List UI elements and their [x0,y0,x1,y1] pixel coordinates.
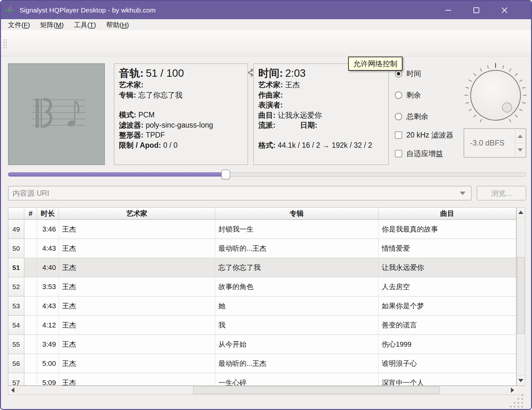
cell-index [24,277,37,296]
row-number: 52 [8,277,24,296]
vertical-scroll-thumb[interactable] [517,257,525,334]
row-number: 57 [8,373,24,386]
cell-track: 让我永远爱你 [379,258,516,277]
minimize-button[interactable] [441,3,456,18]
vertical-scrollbar[interactable] [516,207,525,386]
artist-line: 艺术家:王杰 [258,80,384,90]
radio-circle[interactable] [395,70,402,77]
menu-help[interactable]: 帮助(H) [101,19,134,30]
album-art-placeholder-icon [9,64,104,164]
volume-value: -3.0 dBFS [470,129,505,157]
playlist-row[interactable]: 55 3:49 王杰 从今开始 伤心1999 [8,335,516,354]
row-number: 55 [8,335,24,354]
mode-line: 模式:PCM [119,110,243,120]
header-artist[interactable]: 艺术家 [59,208,215,219]
down-arrow-icon [518,379,523,382]
cell-artist: 王杰 [59,373,215,386]
progress-thumb[interactable] [221,170,230,179]
playlist-row[interactable]: 49 3:46 王杰 封锁我一生 你是我最真的故事 [8,220,516,239]
cell-duration: 4:12 [37,316,59,335]
cell-index [24,316,37,335]
cell-track: 如果你是个梦 [379,296,516,316]
tooltip: 允许网络控制 [348,57,403,71]
maximize-button[interactable] [469,3,484,18]
row-number: 56 [8,354,24,373]
header-album[interactable]: 专辑 [215,208,379,219]
radio-total-remaining[interactable]: 总剩余 [395,112,428,121]
cell-artist: 王杰 [59,296,215,316]
cell-album: 忘了你忘了我 [215,258,379,277]
track-info-panel: 音轨:51 / 100 艺术家: 专辑:忘了你忘了我 模式:PCM 滤波器:po… [114,63,248,165]
menu-tools[interactable]: 工具(T) [69,19,101,30]
browse-button[interactable]: 浏览... [477,186,526,201]
menu-file[interactable]: 文件(F) [3,19,35,30]
checkbox-box[interactable] [395,131,402,139]
cell-track: 深宵中一个人 [379,373,516,386]
cell-album: 她 [215,296,379,316]
time-info-panel: 时间:2:03 艺术家:王杰 作曲家: 表演者: 曲目:让我永远爱你 流派:日期… [253,63,389,165]
cell-album: 故事的角色 [215,277,379,296]
playlist-row[interactable]: 50 4:43 王杰 最动听的...王杰 情情爱爱 [8,239,516,258]
left-arrow-icon [11,388,14,393]
header-rownum[interactable] [8,208,24,219]
source-uri-combobox[interactable]: 内容源 URI [8,186,472,201]
checkbox-adaptive-gain[interactable]: 自适应增益 [395,149,443,158]
playlist-rows: 49 3:46 王杰 封锁我一生 你是我最真的故事 50 4:43 王杰 最动听… [8,220,516,386]
app-window: Signalyst HQPlayer Desktop - by wkhub.co… [0,0,532,410]
shaper-line: 整形器:TPDF [119,130,243,140]
toolbar [1,30,531,56]
toolbar-drag-handle[interactable] [3,39,7,48]
playlist-row[interactable]: 53 4:43 王杰 她 如果你是个梦 [8,296,516,316]
cell-track: 人去房空 [379,277,516,296]
scroll-up-button[interactable] [517,208,525,217]
cell-duration: 5:09 [37,373,59,386]
seek-slider[interactable] [8,170,526,179]
cell-artist: 王杰 [59,258,215,277]
playlist-row[interactable]: 56 5:00 王杰 最动听的...王杰 谁明浪子心 [8,354,516,373]
cell-artist: 王杰 [59,335,215,354]
cell-index [24,335,37,354]
radio-circle[interactable] [395,91,402,99]
cell-artist: 王杰 [59,277,215,296]
radio-circle[interactable] [395,113,402,120]
volume-up-button[interactable] [515,130,525,143]
horizontal-scrollbar[interactable] [8,386,525,395]
cell-album: 封锁我一生 [215,220,379,239]
status-bar [1,395,531,410]
right-arrow-icon [511,388,514,393]
menu-bar: 文件(F) 矩阵(M) 工具(T) 帮助(H) [1,19,531,30]
volume-knob[interactable] [461,61,530,130]
cell-duration: 3:49 [37,335,59,354]
cell-track: 你是我最真的故事 [379,220,516,239]
row-number: 49 [8,220,24,239]
playlist-row[interactable]: 51 4:40 王杰 忘了你忘了我 让我永远爱你 [8,258,516,277]
performer-line: 表演者: [258,100,384,110]
radio-remaining[interactable]: 剩余 [395,90,421,100]
resize-grip[interactable] [509,393,525,410]
cell-index [24,373,37,386]
header-track[interactable]: 曲目 [379,208,516,219]
combobox-dropdown-button[interactable] [456,188,470,199]
playlist-row[interactable]: 57 5:09 王杰 一生心碎 深宵中一个人 [8,373,516,386]
scroll-down-button[interactable] [517,375,525,385]
cell-duration: 4:40 [37,258,59,277]
header-index[interactable]: # [24,208,37,219]
scroll-left-button[interactable] [8,386,18,394]
close-button[interactable] [497,3,512,18]
playlist-row[interactable]: 52 3:53 王杰 故事的角色 人去房空 [8,277,516,296]
volume-down-button[interactable] [515,143,525,157]
cell-track: 情情爱爱 [379,239,516,258]
genre-date-line: 流派:日期: [258,120,384,130]
up-arrow-icon [518,211,523,214]
cell-duration: 4:43 [37,239,59,258]
volume-spinbox[interactable]: -3.0 dBFS [464,128,526,158]
horizontal-scroll-thumb[interactable] [193,386,440,394]
cell-track: 伤心1999 [379,335,516,354]
menu-matrix[interactable]: 矩阵(M) [35,19,69,30]
checkbox-20khz-filter[interactable]: 20 kHz 滤波器 [395,130,453,140]
checkbox-box[interactable] [395,150,402,157]
cell-index [24,258,37,277]
playlist-row[interactable]: 54 4:12 王杰 我 善变的谎言 [8,316,516,335]
cell-artist: 王杰 [59,220,215,239]
header-duration[interactable]: 时长 [37,208,59,219]
